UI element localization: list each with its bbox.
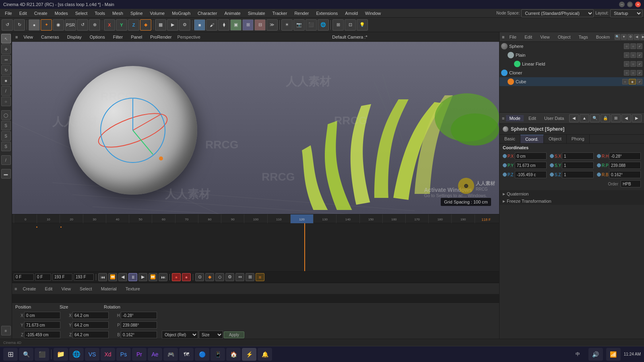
- sphere-eye-icon[interactable]: ○: [624, 43, 630, 49]
- props-tab-edit[interactable]: Edit: [525, 115, 539, 121]
- cloner-eye-icon[interactable]: ○: [624, 70, 630, 76]
- y-pos-field[interactable]: 71.673 cm: [24, 321, 60, 329]
- array-btn[interactable]: ⊞: [242, 19, 254, 31]
- mat-tab-view[interactable]: View: [58, 286, 74, 292]
- prev-keyframe-btn[interactable]: ◀: [118, 273, 127, 281]
- keyframe-add-btn[interactable]: ◆: [205, 273, 214, 281]
- sy-input[interactable]: 1: [562, 162, 594, 169]
- coord-mode-dropdown[interactable]: Object (Rel): [162, 331, 198, 339]
- render-region-btn[interactable]: ▦: [155, 19, 166, 31]
- lp-s2-icon[interactable]: S: [1, 131, 11, 141]
- axis-btn[interactable]: ⊕: [89, 19, 100, 31]
- maximize-button[interactable]: □: [627, 2, 633, 7]
- lamp-btn[interactable]: 💡: [357, 19, 368, 31]
- x-pos-field[interactable]: 0 cm: [24, 312, 60, 319]
- network-btn[interactable]: 📶: [606, 348, 621, 361]
- st-nav-prev-btn[interactable]: ◀: [634, 34, 640, 40]
- world-axis-btn[interactable]: ◆: [140, 19, 151, 31]
- sphere-check-icon[interactable]: ✓: [637, 43, 642, 49]
- viewport-canvas[interactable]: 人人素材 RRCG RRCG 人人素材 人人素材 RRCG RRCG Grid …: [12, 42, 499, 214]
- cube-check-icon[interactable]: ✓: [637, 79, 642, 84]
- floor-btn[interactable]: ⬛: [305, 19, 317, 31]
- taskview-button[interactable]: ⬛: [35, 348, 49, 361]
- sky-btn[interactable]: 🌐: [318, 19, 329, 31]
- menu-create[interactable]: Create: [31, 10, 51, 16]
- mat-menu-toggle[interactable]: ≡: [14, 286, 17, 291]
- menu-edit[interactable]: Edit: [16, 10, 30, 16]
- model-mode-btn[interactable]: ●: [29, 19, 40, 31]
- pr-btn[interactable]: Pr: [132, 348, 147, 361]
- menu-select[interactable]: Select: [72, 10, 91, 16]
- start-frame-input[interactable]: [35, 274, 51, 281]
- st-tab-view[interactable]: View: [537, 34, 553, 40]
- y-size-field[interactable]: 64.2 cm: [72, 321, 109, 329]
- app-btn-4[interactable]: ⚡: [242, 348, 256, 361]
- h-rot-field[interactable]: -0.28°: [121, 312, 157, 319]
- paint-btn[interactable]: 🖌: [206, 19, 217, 31]
- current-frame-input[interactable]: [14, 274, 34, 281]
- cube-extra-icon[interactable]: ◆: [629, 79, 636, 84]
- y-axis-btn[interactable]: Y: [116, 19, 127, 31]
- props-object-tab[interactable]: Object: [544, 135, 567, 143]
- lp-scale-icon[interactable]: ⇔: [1, 55, 11, 64]
- field-eye-icon[interactable]: ○: [624, 61, 630, 67]
- menu-tools[interactable]: Tools: [91, 10, 108, 16]
- props-lock-btn[interactable]: 🔒: [601, 114, 610, 122]
- plain-eye-icon[interactable]: ○: [624, 52, 630, 58]
- cloner-check-icon[interactable]: ✓: [637, 70, 642, 76]
- light-btn[interactable]: ☀: [281, 19, 293, 31]
- lp-rotate-icon[interactable]: ↻: [1, 65, 11, 75]
- psr-btn[interactable]: PSR: [65, 19, 76, 31]
- app-btn-3[interactable]: 🏠: [226, 348, 241, 361]
- ps-btn[interactable]: Ps: [116, 348, 131, 361]
- props-menu-toggle[interactable]: ≡: [502, 116, 504, 121]
- menu-render[interactable]: Render: [291, 10, 312, 16]
- rp-input[interactable]: 239.088: [609, 162, 641, 169]
- st-tab-file[interactable]: File: [506, 34, 520, 40]
- props-tab-userdata[interactable]: User Data: [541, 115, 568, 121]
- menu-spline[interactable]: Spline: [127, 10, 146, 16]
- record-active-btn[interactable]: ●: [182, 273, 191, 281]
- py-input[interactable]: 71.673 cm: [515, 162, 547, 169]
- snap-vertex-btn[interactable]: ⊡: [345, 19, 356, 31]
- vscode-btn[interactable]: VS: [85, 348, 99, 361]
- p-rot-field[interactable]: 239.088°: [121, 321, 157, 329]
- sy-radio[interactable]: [550, 163, 554, 167]
- field-check-icon[interactable]: ✓: [637, 61, 642, 67]
- px-radio[interactable]: [503, 154, 507, 158]
- menu-mesh[interactable]: Mesh: [109, 10, 126, 16]
- pause-btn[interactable]: ⏸: [128, 273, 137, 281]
- render-settings-btn[interactable]: ⚙: [179, 19, 190, 31]
- menu-arnold[interactable]: Arnold: [342, 10, 361, 16]
- vp-menu-view[interactable]: View: [21, 34, 35, 40]
- props-search-btn[interactable]: 🔍: [590, 114, 600, 122]
- x-size-field[interactable]: 64.2 cm: [72, 312, 109, 319]
- explorer-btn[interactable]: 📁: [54, 348, 68, 361]
- props-up-btn[interactable]: ▲: [580, 114, 589, 122]
- object-mode-btn[interactable]: ✦: [41, 19, 52, 31]
- st-tab-bookm[interactable]: Bookm: [593, 34, 613, 40]
- xd-btn[interactable]: Xd: [101, 348, 115, 361]
- go-to-start-btn[interactable]: ⏮: [98, 273, 107, 281]
- plain-check-icon[interactable]: ✓: [637, 52, 642, 58]
- menu-animate[interactable]: Animate: [221, 10, 244, 16]
- minimize-button[interactable]: ─: [619, 2, 625, 7]
- props-phong-tab[interactable]: Phong: [567, 135, 590, 143]
- props-nav-next-btn[interactable]: ▶: [632, 114, 642, 122]
- quaternion-header[interactable]: ▶ Quaternion: [500, 190, 644, 197]
- coord-size-dropdown[interactable]: Size: [199, 331, 223, 339]
- language-btn[interactable]: 中: [571, 348, 585, 361]
- apply-button[interactable]: Apply: [224, 331, 244, 338]
- menu-file[interactable]: File: [2, 10, 15, 16]
- st-config-btn[interactable]: ⚙: [627, 34, 633, 40]
- rh-input[interactable]: -0.28°: [609, 152, 641, 160]
- rh-radio[interactable]: [597, 154, 601, 158]
- lp-circle-icon[interactable]: ◯: [1, 110, 11, 120]
- menu-tracker[interactable]: Tracker: [269, 10, 291, 16]
- props-basic-tab[interactable]: Basic: [500, 135, 520, 143]
- layout-dropdown[interactable]: Startup: [610, 9, 642, 17]
- b-rot-field[interactable]: 0.162°: [121, 331, 157, 338]
- lp-box-icon[interactable]: ■: [1, 76, 11, 85]
- reset-btn[interactable]: ↺: [77, 19, 88, 31]
- tree-item-sphere[interactable]: Sphere ○ ○ ✓: [500, 42, 644, 51]
